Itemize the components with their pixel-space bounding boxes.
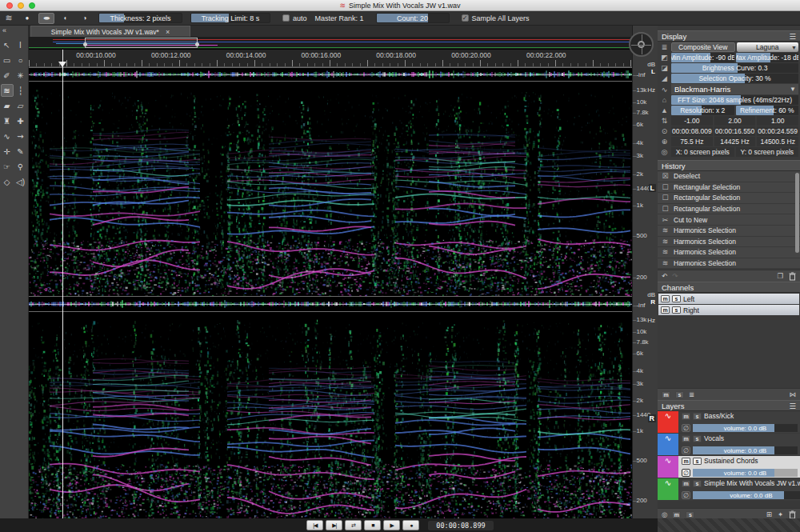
skip-end-button[interactable]: ▶|	[326, 520, 342, 530]
skip-start-button[interactable]: |◀	[306, 520, 323, 530]
hand-tool[interactable]: ☞	[1, 160, 14, 173]
eraser-hard-tool[interactable]: ▱	[14, 99, 27, 112]
history-item[interactable]: ≋Harmonics Selection	[658, 258, 800, 270]
layer-color-swatch[interactable]: ∿	[658, 434, 678, 455]
tip-half-right-button[interactable]: ◑	[77, 13, 93, 24]
solo-button[interactable]: s	[693, 435, 702, 442]
channels-solo-button[interactable]: s	[675, 391, 684, 398]
redo-icon[interactable]: ↷	[672, 272, 678, 280]
layer-color-swatch[interactable]: ∿	[658, 456, 678, 478]
layers-mute-button[interactable]: m	[672, 511, 681, 518]
overview-navigator[interactable]	[29, 37, 632, 50]
layer-row[interactable]: ∿msSimple Mix With Vocals JW v1.wav∅volu…	[658, 478, 800, 500]
channel-row[interactable]: msRight	[658, 305, 799, 315]
phase-invert-button[interactable]: ∅	[682, 446, 690, 454]
window-function-select[interactable]: Blackman-Harris▼	[671, 84, 798, 94]
time-range-cell[interactable]: 00:00:08.009	[671, 126, 713, 136]
brush-selection-tool[interactable]: ✐	[1, 69, 14, 82]
channel-link-icon[interactable]: ⋈	[790, 390, 797, 398]
phase-invert-button[interactable]: ∅	[682, 424, 690, 432]
pan-offset-cell[interactable]: X: 0 screen pixels	[671, 147, 734, 157]
nav-handle-right[interactable]	[195, 42, 199, 46]
brightness-curve-field[interactable]: Brightness Curve: 0.3	[671, 63, 798, 73]
pan-knob[interactable]	[629, 32, 654, 57]
magic-wand-tool[interactable]: ✳	[14, 69, 27, 82]
solo-button[interactable]: s	[672, 295, 681, 302]
mute-button[interactable]: m	[682, 480, 690, 487]
refinement-field[interactable]: Refinement: 60 %	[736, 106, 799, 115]
sample-all-layers-checkbox[interactable]: ✓	[462, 14, 469, 22]
history-item[interactable]: ☒Deselect	[658, 171, 800, 182]
layer-volume-slider[interactable]: volume: 0.0 dB	[693, 424, 798, 432]
solo-button[interactable]: s	[672, 306, 681, 314]
mute-button[interactable]: m	[682, 413, 690, 420]
time-range-cell[interactable]: 00:00:24.559	[757, 126, 798, 136]
layer-color-swatch[interactable]: ∿	[658, 411, 678, 433]
loop-button[interactable]: ⇄	[345, 520, 362, 530]
tip-half-left-button[interactable]: ◐	[58, 13, 74, 24]
rectangle-selection-tool[interactable]: ▭	[1, 54, 14, 66]
pencil-tool[interactable]: ✎	[14, 145, 27, 158]
layer-row[interactable]: ∿msSustained Chords∅volume: 0.0 dB	[658, 456, 800, 478]
gamma-cell[interactable]: -1.00	[671, 116, 713, 126]
display-menu-icon[interactable]: ☰	[789, 32, 796, 41]
solo-button[interactable]: s	[693, 480, 702, 487]
copy-icon[interactable]: ❐	[777, 272, 783, 280]
trash-icon[interactable]	[789, 272, 796, 281]
cube-3d-tool[interactable]: ◇	[1, 175, 14, 188]
airbrush-tool[interactable]: ⇝	[14, 130, 27, 142]
history-item[interactable]: ☐Rectangular Selection	[658, 182, 800, 194]
mute-button[interactable]: m	[682, 435, 690, 442]
nav-handle-left[interactable]	[83, 42, 87, 46]
undo-icon[interactable]: ↶	[662, 272, 667, 280]
time-range-cell[interactable]: 00:00:16.550	[714, 126, 756, 136]
phase-invert-button[interactable]: ∅	[682, 491, 690, 499]
auto-checkbox[interactable]	[282, 14, 290, 22]
minimize-window-button[interactable]	[18, 2, 24, 9]
lasso-selection-tool[interactable]: ○	[14, 54, 27, 66]
master-rank-label[interactable]: Master Rank: 1	[315, 14, 364, 22]
layer-row[interactable]: ∿msVocals∅volume: 0.0 dB	[658, 434, 800, 455]
phase-invert-button[interactable]: ∅	[682, 469, 690, 477]
layer-volume-slider[interactable]: volume: 0.0 dB	[693, 491, 800, 499]
harmonics-selection-tool[interactable]: ≋	[1, 84, 14, 97]
selection-opacity-field[interactable]: Selection Opacity: 30 %	[671, 74, 798, 83]
layer-color-swatch[interactable]: ∿	[658, 478, 678, 500]
collapse-panel-button[interactable]: «	[0, 26, 28, 35]
layer-volume-slider[interactable]: volume: 0.0 dB	[693, 446, 798, 454]
count-field[interactable]: Count: 20	[376, 13, 450, 23]
layers-menu-icon[interactable]: ☰	[789, 402, 796, 410]
smudge-tool[interactable]: ∿	[1, 130, 14, 142]
stop-button[interactable]: ■	[364, 520, 381, 530]
tip-dot-button[interactable]: ●	[19, 13, 35, 24]
spectrogram-right[interactable]	[29, 312, 632, 518]
time-selection-tool[interactable]: I	[14, 38, 27, 51]
freq-range-cell[interactable]: 14425 Hz	[714, 137, 756, 146]
heal-tool[interactable]: ✚	[14, 114, 27, 127]
time-ruler[interactable]: 00:00:10.00000:00:12.00000:00:14.00000:0…	[29, 50, 632, 67]
min-amplitude-field[interactable]: Min Amplitude: -90 dB	[671, 53, 734, 62]
zoom-tool[interactable]: ⚲	[14, 160, 27, 173]
amplitude-strip-right[interactable]	[29, 296, 632, 312]
history-item[interactable]: ✂Cut to New	[658, 214, 800, 226]
mute-button[interactable]: m	[682, 458, 690, 465]
move-tool[interactable]: ↖	[1, 38, 14, 51]
play-button[interactable]: ▶	[383, 520, 400, 530]
history-item[interactable]: ≋Harmonics Selection	[658, 247, 800, 258]
tip-oval-button[interactable]: ●	[38, 13, 54, 24]
channel-row[interactable]: msLeft	[658, 294, 799, 304]
composite-view-button[interactable]: Composite View	[671, 42, 735, 52]
history-item[interactable]: ≋Harmonics Selection	[658, 226, 800, 237]
amplitude-strip-left[interactable]	[29, 67, 632, 82]
tab-document[interactable]: Simple Mix With Vocals JW v1.wav* ×	[30, 26, 190, 37]
zoom-window-button[interactable]	[29, 2, 35, 9]
close-window-button[interactable]	[6, 2, 13, 9]
fft-size-field[interactable]: FFT Size: 2048 samples (46ms/22Hz)	[671, 95, 798, 105]
history-item[interactable]: ☐Rectangular Selection	[658, 204, 800, 215]
history-item[interactable]: ☐Rectangular Selection	[658, 193, 800, 204]
clone-stamp-tool[interactable]: ♜	[1, 114, 14, 127]
add-layer-icon[interactable]: ⊞	[766, 510, 772, 518]
layer-row[interactable]: ∿msBass/Kick∅volume: 0.0 dB	[658, 411, 800, 433]
thickness-field[interactable]: Thickness: 2 pixels	[98, 13, 182, 23]
spectrogram-left[interactable]	[29, 82, 632, 296]
